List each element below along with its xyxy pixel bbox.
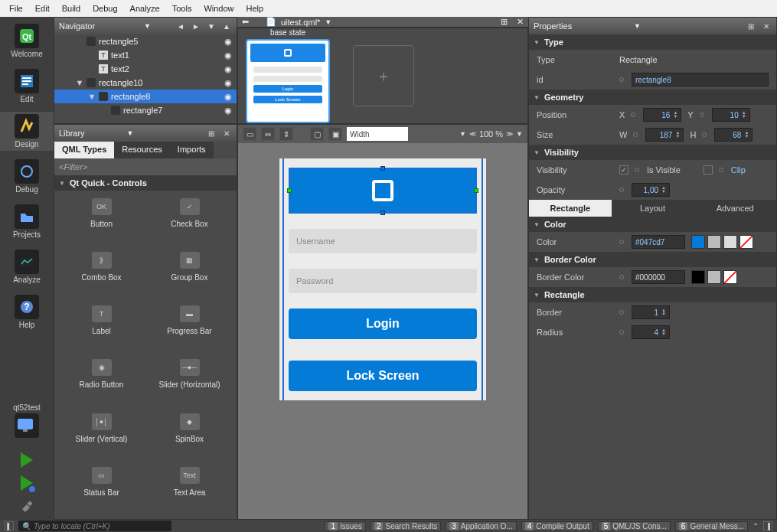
tree-item-text1[interactable]: Ttext1◉	[54, 48, 237, 62]
kit-selector[interactable]: qt52test	[0, 401, 54, 440]
ctrl-combobox[interactable]: ⟫Combo Box	[59, 249, 144, 299]
tool-bound2-icon[interactable]: ▣	[328, 127, 342, 141]
zoom-prev-icon[interactable]: ≪	[469, 130, 476, 138]
ctrl-label[interactable]: TLabel	[59, 302, 144, 353]
mode-design[interactable]: Design	[0, 112, 54, 151]
binding-indicator-icon[interactable]	[619, 330, 624, 335]
menu-file[interactable]: File	[3, 4, 29, 13]
design-surface[interactable]: Username Password Login Lock Screen	[238, 143, 527, 519]
nav-arrow-down-icon[interactable]: ▼	[206, 21, 217, 31]
binding-indicator-icon[interactable]	[700, 113, 704, 117]
visibility-icon[interactable]: ◉	[223, 77, 233, 88]
toggle-left-sidebar-button[interactable]: ▌	[5, 521, 14, 530]
mode-help[interactable]: ? Help	[0, 292, 54, 331]
binding-indicator-icon[interactable]	[619, 275, 624, 279]
tool-bound1-icon[interactable]: ▢	[310, 127, 324, 141]
split-icon[interactable]: ⊞	[206, 128, 217, 139]
id-input[interactable]: rectangle8	[632, 73, 769, 86]
binding-indicator-icon[interactable]	[619, 188, 624, 192]
visibility-icon[interactable]: ◉	[223, 36, 233, 47]
dropdown-icon[interactable]: ▼	[516, 130, 523, 138]
password-field[interactable]: Password	[289, 269, 477, 293]
dropdown-icon[interactable]: ▼	[144, 22, 151, 30]
pane-compile[interactable]: 4Compile Output	[521, 521, 593, 531]
build-button[interactable]	[19, 498, 34, 514]
pane-search[interactable]: 2Search Results	[371, 521, 441, 531]
split-icon[interactable]: ⊞	[501, 17, 508, 27]
ctrl-textarea[interactable]: TextText Area	[147, 464, 232, 514]
section-geometry[interactable]: Geometry	[529, 90, 776, 105]
color-input[interactable]: #047cd7	[632, 235, 685, 249]
resize-handle-w[interactable]	[287, 188, 292, 193]
tool-select-icon[interactable]: ▭	[243, 127, 256, 141]
tree-item-rectangle5[interactable]: rectangle5◉	[54, 34, 237, 48]
add-state-button[interactable]: ＋	[353, 45, 414, 106]
ctrl-slider-h[interactable]: ─●─Slider (Horizontal)	[147, 356, 232, 406]
clip-checkbox[interactable]	[704, 165, 713, 175]
y-spinbox[interactable]: 10▲▼	[712, 108, 750, 122]
library-filter[interactable]: <Filter>	[54, 158, 237, 175]
bcolor-swatch-none[interactable]	[723, 270, 737, 284]
ctrl-statusbar[interactable]: ▭Status Bar	[59, 464, 144, 514]
w-spinbox[interactable]: 187▲▼	[645, 128, 684, 142]
visibility-icon[interactable]: ◉	[223, 91, 233, 102]
menu-tools[interactable]: Tools	[166, 4, 198, 13]
split-icon[interactable]: ⊞	[746, 21, 756, 31]
main-menu-bar[interactable]: File Edit Build Debug Analyze Tools Wind…	[0, 0, 777, 17]
bcolor-swatch-gray[interactable]	[707, 270, 721, 284]
status-expand-icon[interactable]: ⌃	[753, 522, 759, 530]
color-swatch-none[interactable]	[739, 235, 753, 249]
width-field[interactable]: Width	[347, 127, 408, 141]
tool-anchor1-icon[interactable]: ⇔	[261, 127, 275, 141]
subtab-rectangle[interactable]: Rectangle	[529, 200, 612, 217]
pane-appoutput[interactable]: 3Application O...	[446, 521, 516, 531]
nav-arrow-right-icon[interactable]: ►	[191, 21, 201, 31]
menu-edit[interactable]: Edit	[29, 4, 56, 13]
login-button[interactable]: Login	[289, 308, 477, 339]
selected-rectangle8[interactable]	[289, 168, 477, 214]
section-rectangle[interactable]: Rectangle	[529, 287, 776, 302]
color-swatch-current[interactable]	[691, 235, 705, 249]
menu-help[interactable]: Help	[240, 4, 270, 13]
navigator-tree[interactable]: rectangle5◉ Ttext1◉ Ttext2◉ ▼rectangle10…	[54, 34, 237, 123]
nav-arrow-up-icon[interactable]: ▲	[221, 21, 232, 31]
tool-anchor2-icon[interactable]: ⇕	[279, 127, 293, 141]
section-border-color[interactable]: Border Color	[529, 252, 776, 267]
run-button[interactable]	[21, 452, 33, 468]
binding-indicator-icon[interactable]	[719, 168, 723, 172]
toggle-right-sidebar-button[interactable]: ▐	[763, 521, 772, 530]
ctrl-progressbar[interactable]: ▬Progress Bar	[147, 302, 232, 353]
dropdown-icon[interactable]: ▼	[634, 22, 641, 30]
tab-resources[interactable]: Resources	[114, 142, 170, 158]
pane-issues[interactable]: 1Issues	[325, 521, 365, 531]
controls-group-header[interactable]: Qt Quick - Controls	[54, 175, 237, 191]
binding-indicator-icon[interactable]	[619, 310, 624, 315]
mode-debug[interactable]: Debug	[0, 157, 54, 196]
is-visible-checkbox[interactable]: ✓	[619, 165, 628, 175]
menu-window[interactable]: Window	[198, 4, 240, 13]
subtab-advanced[interactable]: Advanced	[694, 200, 776, 217]
opacity-spinbox[interactable]: 1,00▲▼	[632, 183, 670, 197]
mode-projects[interactable]: Projects	[0, 202, 54, 241]
pane-qmljs[interactable]: 5QML/JS Cons...	[598, 521, 671, 531]
dropdown-icon[interactable]: ▼	[325, 18, 331, 26]
tab-imports[interactable]: Imports	[170, 142, 214, 158]
ctrl-groupbox[interactable]: ▦Group Box	[147, 249, 232, 299]
mode-edit[interactable]: Edit	[0, 67, 54, 106]
bcolor-swatch-current[interactable]	[691, 270, 705, 284]
binding-indicator-icon[interactable]	[619, 240, 624, 244]
binding-indicator-icon[interactable]	[631, 113, 635, 117]
ctrl-button[interactable]: OKButton	[59, 195, 144, 246]
dropdown-icon[interactable]: ▼	[127, 129, 134, 137]
binding-indicator-icon[interactable]	[635, 168, 639, 172]
visibility-icon[interactable]: ◉	[223, 64, 233, 74]
lock-screen-button[interactable]: Lock Screen	[289, 361, 477, 391]
resize-handle-s[interactable]	[380, 211, 385, 215]
color-swatch-gray[interactable]	[707, 235, 721, 249]
binding-indicator-icon[interactable]	[633, 132, 638, 137]
back-icon[interactable]: ⬅	[242, 17, 249, 27]
zoom-next-icon[interactable]: ≫	[506, 130, 513, 138]
visibility-icon[interactable]: ◉	[223, 105, 233, 116]
tree-item-rectangle7[interactable]: rectangle7◉	[54, 103, 237, 117]
file-tab-label[interactable]: uitest.qml*	[281, 18, 320, 27]
